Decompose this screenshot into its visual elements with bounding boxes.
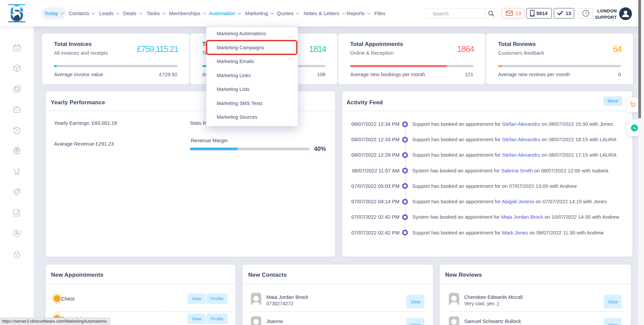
svg-text:?: ? (585, 11, 587, 16)
svg-text:$: $ (15, 191, 17, 194)
svg-text:12: 12 (15, 47, 18, 51)
